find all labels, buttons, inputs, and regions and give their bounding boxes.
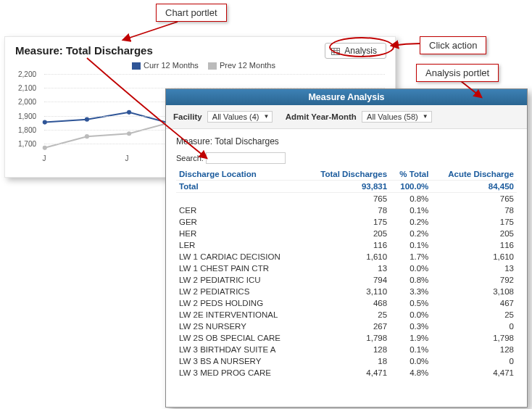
col-acute-discharge[interactable]: Acute Discharge <box>431 168 517 181</box>
cell-td: 794 <box>304 274 390 286</box>
cell-pct: 0.8% <box>390 274 431 286</box>
chart-legend: Curr 12 Months Prev 12 Months <box>15 61 385 70</box>
filter-admit-select[interactable]: All Values (58) <box>362 111 432 123</box>
analysis-portlet: Measure Analysis Facility All Values (4)… <box>165 88 528 408</box>
analysis-measure-title: Measure: Total Discharges <box>176 136 517 146</box>
analysis-table: Discharge Location Total Discharges % To… <box>176 168 517 379</box>
cell-pct: 0.5% <box>390 297 431 309</box>
table-row[interactable]: LER1160.1%116 <box>176 239 517 251</box>
x-tick-label: J <box>43 154 46 162</box>
cell-loc: GER <box>176 216 304 228</box>
filter-admit-value: All Values (58) <box>367 112 418 121</box>
cell-td: 205 <box>304 228 390 239</box>
cell-td: 78 <box>304 204 390 216</box>
y-tick-label: 2,000 <box>18 98 36 106</box>
svg-point-5 <box>43 120 47 125</box>
y-tick-label: 1,700 <box>18 140 36 148</box>
cell-td: 3,110 <box>304 286 390 297</box>
y-tick-label: 2,200 <box>18 70 36 78</box>
cell-loc <box>176 193 304 205</box>
cell-loc: LER <box>176 239 304 251</box>
legend-curr: Curr 12 Months <box>144 61 199 70</box>
cell-pct: 0.1% <box>390 204 431 216</box>
table-total-row: Total93,831100.0%84,450 <box>176 181 517 193</box>
cell-loc: LW 1 CHEST PAIN CTR <box>176 263 304 274</box>
cell-ad: 0 <box>431 355 517 367</box>
cell-pct: 3.3% <box>390 286 431 297</box>
table-row[interactable]: LW 2 PEDIATRICS3,1103.3%3,108 <box>176 286 517 297</box>
y-tick-label: 1,900 <box>18 112 36 120</box>
search-label: Search: <box>176 154 204 162</box>
svg-point-7 <box>127 110 131 115</box>
cell-loc: CER <box>176 204 304 216</box>
cell-pct: 0.1% <box>390 239 431 251</box>
cell-td: 116 <box>304 239 390 251</box>
cell-ad: 467 <box>431 297 517 309</box>
search-input[interactable] <box>206 152 286 164</box>
table-row[interactable]: HER2050.2%205 <box>176 228 517 239</box>
cell-pct: 1.7% <box>390 251 431 263</box>
cell-loc: LW 2 PEDIATRIC ICU <box>176 274 304 286</box>
cell-ad: 792 <box>431 274 517 286</box>
filter-admit-label: Admit Year-Month <box>286 112 357 121</box>
table-row[interactable]: 7650.8%765 <box>176 193 517 205</box>
cell-pct: 0.0% <box>390 263 431 274</box>
cell-loc: LW 2S NURSERY <box>176 321 304 332</box>
table-row[interactable]: LW 2 PEDS HOLDING4680.5%467 <box>176 297 517 309</box>
cell-ad: 765 <box>431 193 517 205</box>
cell-pct: 4.8% <box>390 367 431 379</box>
callout-analysis-portlet: Analysis portlet <box>416 64 499 82</box>
table-row[interactable]: LW 2E INTERVENTIONAL250.0%25 <box>176 309 517 321</box>
analysis-table-body: Total93,831100.0%84,4507650.8%765CER780.… <box>176 181 517 379</box>
cell-pct: 100.0% <box>390 181 431 193</box>
table-row[interactable]: LW 1 CARDIAC DECISION1,6101.7%1,610 <box>176 251 517 263</box>
svg-point-14 <box>43 146 47 150</box>
col-pct-total[interactable]: % Total <box>390 168 431 181</box>
table-row[interactable]: LW 2S NURSERY2670.3%0 <box>176 321 517 332</box>
table-row[interactable]: LW 2 PEDIATRIC ICU7940.8%792 <box>176 274 517 286</box>
cell-ad: 78 <box>431 204 517 216</box>
cell-ad: 1,610 <box>431 251 517 263</box>
cell-pct: 0.0% <box>390 355 431 367</box>
cell-ad: 3,108 <box>431 286 517 297</box>
analysis-portlet-header: Measure Analysis <box>166 89 527 105</box>
filter-facility-select[interactable]: All Values (4) <box>207 111 273 123</box>
cell-td: 13 <box>304 263 390 274</box>
cell-loc: LW 3 BS A NURSERY <box>176 355 304 367</box>
analysis-body: Measure: Total Discharges Search: Discha… <box>166 129 527 386</box>
table-row[interactable]: LW 3 MED PROG CARE4,4714.8%4,471 <box>176 367 517 379</box>
cell-loc: HER <box>176 228 304 239</box>
legend-swatch-prev <box>208 62 217 70</box>
cell-ad: 128 <box>431 344 517 355</box>
cell-td: 128 <box>304 344 390 355</box>
cell-loc: LW 3 MED PROG CARE <box>176 367 304 379</box>
measure-value: Total Discharges <box>215 136 279 146</box>
callout-label: Click action <box>429 40 477 51</box>
legend-swatch-curr <box>132 62 141 70</box>
cell-ad: 175 <box>431 216 517 228</box>
cell-pct: 0.2% <box>390 228 431 239</box>
cell-td: 175 <box>304 216 390 228</box>
y-tick-label: 2,100 <box>18 84 36 92</box>
col-total-discharges[interactable]: Total Discharges <box>304 168 390 181</box>
callout-click-action: Click action <box>420 36 486 54</box>
cell-ad: 4,471 <box>431 367 517 379</box>
callout-label: Chart portlet <box>165 7 217 18</box>
table-row[interactable]: LW 1 CHEST PAIN CTR130.0%13 <box>176 263 517 274</box>
cell-loc: LW 2 PEDIATRICS <box>176 286 304 297</box>
table-row[interactable]: GER1750.2%175 <box>176 216 517 228</box>
callout-label: Analysis portlet <box>425 67 489 78</box>
table-row[interactable]: CER780.1%78 <box>176 204 517 216</box>
cell-loc: LW 2 PEDS HOLDING <box>176 297 304 309</box>
table-row[interactable]: LW 3 BIRTHDAY SUITE A1280.1%128 <box>176 344 517 355</box>
y-tick-label: 1,800 <box>18 125 36 133</box>
table-row[interactable]: LW 2S OB SPECIAL CARE1,7981.9%1,798 <box>176 332 517 344</box>
cell-td: 25 <box>304 309 390 321</box>
cell-pct: 0.0% <box>390 309 431 321</box>
table-row[interactable]: LW 3 BS A NURSERY180.0%0 <box>176 355 517 367</box>
svg-point-15 <box>85 134 89 139</box>
measure-label: Measure: <box>176 136 212 146</box>
col-discharge-location[interactable]: Discharge Location <box>176 168 304 181</box>
svg-point-6 <box>85 117 89 122</box>
cell-td: 4,471 <box>304 367 390 379</box>
